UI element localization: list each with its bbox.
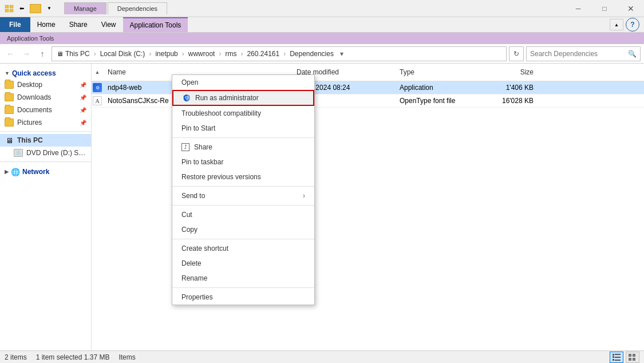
header-sort-arrow: ▲ [92, 69, 103, 75]
quick-access-label: Quick access [12, 69, 56, 77]
sidebar-pictures-label: Pictures [17, 119, 42, 127]
app-tools-label: Application Tools [7, 35, 54, 42]
svg-rect-14 [633, 358, 635, 361]
ctx-cut[interactable]: Cut [172, 207, 314, 222]
svg-rect-0 [5, 5, 9, 8]
ctx-rename[interactable]: Rename [172, 271, 314, 286]
ctx-run-as-admin-label: Run as administrator [195, 94, 259, 102]
ctx-send-to[interactable]: Send to › [172, 188, 314, 203]
tab-view[interactable]: View [94, 17, 123, 32]
file-size-0: 1'406 KB [481, 82, 538, 93]
file-font-icon-1: A [93, 96, 102, 105]
up-button[interactable]: ↑ [35, 47, 49, 61]
breadcrumb-localdisk[interactable]: Local Disk (C:) [100, 50, 145, 58]
sidebar-item-thispc[interactable]: 🖥 This PC [0, 134, 91, 147]
minimize-button[interactable]: ─ [565, 0, 591, 17]
ctx-open-label: Open [181, 78, 198, 86]
ctx-separator-4 [172, 239, 314, 239]
sidebar-thispc-label: This PC [17, 136, 43, 144]
sidebar-item-dvddrive[interactable]: 💿 DVD Drive (D:) SSS_X6 [0, 147, 91, 159]
ribbon-more: ▲ ? [610, 18, 644, 31]
sidebar-item-pictures[interactable]: Pictures 📌 [0, 116, 91, 129]
ctx-create-shortcut-label: Create shortcut [181, 244, 228, 252]
ctx-restore-versions-label: Restore previous versions [181, 173, 261, 181]
ctx-run-as-admin[interactable]: 🛡 Run as administrator [172, 90, 314, 106]
documents-pin-icon: 📌 [80, 107, 86, 113]
quick-access-section[interactable]: ▼ Quick access [0, 66, 91, 78]
ctx-restore-versions[interactable]: Restore previous versions [172, 169, 314, 184]
breadcrumb-inetpub[interactable]: inetpub [155, 50, 177, 58]
breadcrumb-rms[interactable]: rms [225, 50, 236, 58]
column-type[interactable]: Type [395, 66, 481, 78]
sidebar-item-documents[interactable]: Documents 📌 [0, 104, 91, 116]
network-section[interactable]: ▶ 🌐 Network [0, 164, 91, 177]
documents-icon [5, 105, 14, 115]
close-button[interactable]: ✕ [618, 0, 644, 17]
ctx-delete[interactable]: Delete [172, 256, 314, 271]
ribbon-collapse-button[interactable]: ▲ [610, 19, 623, 30]
breadcrumb-wwwroot[interactable]: wwwroot [188, 50, 215, 58]
address-dropdown-button[interactable]: ▾ [336, 50, 347, 58]
tab-file[interactable]: File [0, 17, 30, 32]
file-size-1: 16'028 KB [481, 96, 538, 106]
sidebar-divider-2 [0, 161, 91, 162]
search-input[interactable] [530, 50, 626, 58]
navigation-bar: ← → ↑ 🖥 This PC › Local Disk (C:) › inet… [0, 44, 644, 64]
title-bar: ⬅ ▼ Manage Dependencies ─ □ ✕ [0, 0, 644, 17]
breadcrumb-thispc[interactable]: This PC [65, 50, 90, 58]
dropdown-icon: ▼ [45, 4, 54, 13]
tab-application-tools[interactable]: Application Tools [123, 17, 188, 32]
desktop-pin-icon: 📌 [80, 82, 86, 88]
ctx-separator-1 [172, 137, 314, 138]
breadcrumb-dependencies[interactable]: Dependencies [290, 50, 334, 58]
sidebar-item-downloads[interactable]: Downloads 📌 [0, 91, 91, 104]
window-controls[interactable]: ─ □ ✕ [565, 0, 644, 17]
desktop-icon [5, 80, 14, 89]
title-bar-tabs: Manage Dependencies [58, 2, 565, 14]
network-arrow: ▶ [5, 169, 9, 175]
svg-rect-7 [613, 356, 614, 358]
svg-rect-11 [629, 354, 631, 357]
manage-tab[interactable]: Manage [64, 2, 106, 14]
status-bar: 2 items 1 item selected 1.37 MB Items [0, 350, 644, 363]
svg-rect-13 [629, 358, 631, 361]
view-large-icon-button[interactable] [626, 352, 639, 363]
tab-share[interactable]: Share [62, 17, 94, 32]
dependencies-tab[interactable]: Dependencies [108, 2, 167, 14]
sidebar-desktop-label: Desktop [17, 81, 42, 89]
ctx-open[interactable]: Open [172, 75, 314, 90]
svg-rect-12 [633, 354, 635, 357]
pictures-pin-icon: 📌 [80, 120, 86, 126]
ctx-copy[interactable]: Copy [172, 222, 314, 237]
search-bar[interactable]: 🔍 [526, 46, 641, 61]
search-icon: 🔍 [628, 50, 637, 58]
ctx-properties-label: Properties [181, 293, 213, 301]
ctx-separator-5 [172, 287, 314, 288]
sidebar-item-desktop[interactable]: Desktop 📌 [0, 78, 91, 91]
thispc-icon: 🖥 [5, 136, 14, 145]
ctx-create-shortcut[interactable]: Create shortcut [172, 241, 314, 256]
refresh-button[interactable]: ↻ [509, 46, 524, 61]
sidebar: ▼ Quick access Desktop 📌 Downloads 📌 Doc… [0, 64, 92, 351]
ctx-send-to-arrow: › [303, 192, 305, 200]
status-selected: 1 item selected 1.37 MB [36, 353, 110, 361]
status-items-label: Items [118, 353, 135, 361]
ctx-pin-start[interactable]: Pin to Start [172, 121, 314, 136]
back-button[interactable]: ← [3, 47, 17, 61]
column-size[interactable]: Size [481, 66, 538, 78]
help-button[interactable]: ? [626, 18, 639, 31]
maximize-button[interactable]: □ [591, 0, 618, 17]
forward-button[interactable]: → [19, 47, 33, 61]
svg-text:🛡: 🛡 [185, 96, 189, 100]
ctx-properties[interactable]: Properties [172, 290, 314, 305]
ctx-send-to-label: Send to [181, 192, 205, 200]
view-details-button[interactable] [610, 352, 623, 363]
breadcrumb-version[interactable]: 260.24161 [247, 50, 279, 58]
ctx-troubleshoot[interactable]: Troubleshoot compatibility [172, 106, 314, 121]
tab-home[interactable]: Home [30, 17, 62, 32]
ctx-pin-taskbar[interactable]: Pin to taskbar [172, 155, 314, 169]
ctx-copy-label: Copy [181, 226, 197, 234]
ctx-pin-taskbar-label: Pin to taskbar [181, 158, 223, 166]
address-bar[interactable]: 🖥 This PC › Local Disk (C:) › inetpub › … [52, 46, 507, 61]
ctx-share[interactable]: ⤴ Share [172, 140, 314, 155]
